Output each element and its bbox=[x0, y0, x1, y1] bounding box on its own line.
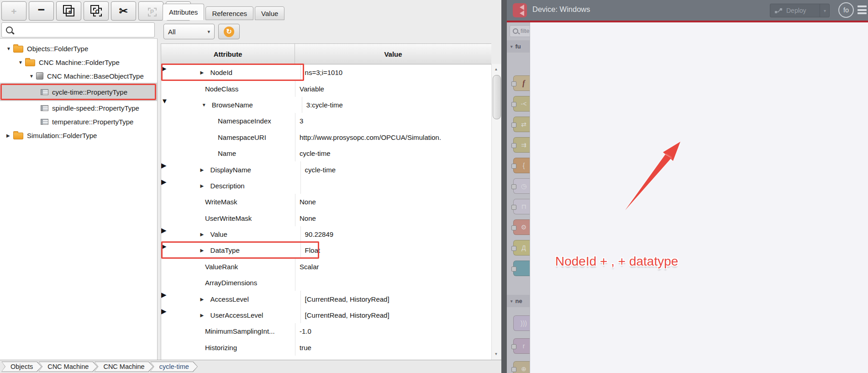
attribute-value: cycle-time bbox=[300, 149, 331, 157]
table-row-name[interactable]: Name cycle-time bbox=[161, 145, 491, 161]
value-column-header[interactable]: Value bbox=[295, 44, 491, 64]
table-row-valuerank[interactable]: ValueRank Scalar bbox=[161, 259, 491, 275]
attribute-filter-dropdown[interactable]: All ▾ bbox=[163, 24, 215, 39]
breadcrumb-label: CNC Machine bbox=[95, 362, 153, 372]
tree-node-icon bbox=[41, 119, 48, 125]
address-search-box[interactable] bbox=[1, 22, 155, 37]
palette-node-change[interactable]: ⇄ bbox=[513, 117, 530, 132]
palette-node-http-request[interactable]: ⊕ bbox=[513, 361, 530, 373]
row-expander-icon[interactable] bbox=[200, 70, 210, 75]
palette-node-exec[interactable]: ⚙ bbox=[513, 219, 530, 235]
attribute-name: DisplayName bbox=[210, 166, 251, 174]
table-row-browsename[interactable]: BrowseName 3:cycle-time bbox=[161, 97, 491, 113]
palette-node-icon: ⚙ bbox=[521, 224, 527, 231]
row-expander-icon[interactable] bbox=[200, 232, 210, 237]
row-expander-icon[interactable] bbox=[200, 297, 210, 302]
tree-expander-icon[interactable] bbox=[6, 46, 13, 51]
table-row-value[interactable]: Value 90.22849 bbox=[161, 226, 491, 242]
deploy-separator bbox=[820, 4, 820, 17]
table-row-userwritemask[interactable]: UserWriteMask None bbox=[161, 210, 491, 226]
table-row-description[interactable]: Description bbox=[161, 178, 491, 194]
table-row-nodeid[interactable]: NodeId ns=3;i=1010 bbox=[161, 64, 491, 80]
palette-node-switch[interactable]: -< bbox=[513, 96, 530, 112]
tree-item-label: cycle-time::PropertyType bbox=[52, 88, 127, 96]
toolbar-button-copy[interactable]: C bbox=[84, 1, 109, 21]
window-divider bbox=[501, 0, 507, 373]
search-icon bbox=[6, 27, 13, 33]
row-expander-icon[interactable] bbox=[200, 313, 210, 318]
user-avatar[interactable]: fo bbox=[838, 2, 854, 18]
palette-node-filter[interactable]: Д bbox=[513, 240, 530, 256]
table-row-namespaceuri[interactable]: NamespaceURI http://www.prosysopc.com/OP… bbox=[161, 129, 491, 145]
palette-node-mqtt[interactable]: ))) bbox=[513, 315, 530, 331]
scrollbar-thumb[interactable] bbox=[493, 75, 501, 119]
row-expander-icon[interactable] bbox=[200, 183, 210, 188]
detail-tab[interactable]: References bbox=[205, 6, 253, 20]
attribute-name-cell: BrowseName bbox=[168, 97, 302, 113]
palette-node-network-node[interactable]: r bbox=[513, 338, 530, 354]
scroll-down-icon[interactable]: ▼ bbox=[491, 350, 501, 357]
tree-expander-icon[interactable] bbox=[6, 133, 13, 138]
toolbar-button-add[interactable]: + bbox=[1, 1, 26, 21]
toolbar-button-paste[interactable]: P bbox=[138, 1, 163, 21]
search-input[interactable] bbox=[16, 26, 150, 34]
palette-node-trigger[interactable]: ⊓ bbox=[513, 199, 530, 214]
table-row-nodeclass[interactable]: NodeClass Variable bbox=[161, 80, 491, 96]
tree-expander-icon[interactable] bbox=[29, 74, 36, 79]
toolbar-button-cut[interactable]: ✂ bbox=[111, 1, 136, 21]
table-row-arraydimensions[interactable]: ArrayDimensions bbox=[161, 275, 491, 291]
tree-item[interactable]: Simulation::FolderType bbox=[0, 128, 157, 142]
toolbar-button-duplicate[interactable]: + bbox=[56, 1, 81, 21]
attribute-name-cell: Historizing bbox=[161, 340, 295, 356]
tree-item[interactable]: spindle-speed::PropertyType bbox=[0, 101, 157, 115]
breadcrumb-label: Objects bbox=[2, 362, 41, 372]
tree-node-icon bbox=[25, 59, 35, 66]
table-row-writemask[interactable]: WriteMask None bbox=[161, 194, 491, 210]
row-expander-icon[interactable] bbox=[200, 167, 210, 172]
palette-node-template[interactable]: { bbox=[513, 158, 530, 173]
toolbar-button-remove[interactable]: − bbox=[29, 1, 54, 21]
breadcrumb-tab[interactable]: CNC Machine bbox=[38, 362, 97, 372]
main-menu-icon[interactable] bbox=[857, 5, 867, 14]
tree-item[interactable]: Objects::FolderType bbox=[0, 42, 157, 55]
breadcrumb-tab[interactable]: cycle-time bbox=[150, 362, 198, 372]
table-row-displayname[interactable]: DisplayName cycle-time bbox=[161, 161, 491, 177]
breadcrumb-tab[interactable]: CNC Machine bbox=[94, 362, 153, 372]
deploy-options-chevron-icon[interactable]: ▾ bbox=[824, 8, 826, 13]
tree-item[interactable]: cycle-time::PropertyType bbox=[0, 83, 157, 101]
palette-node-icon: Д bbox=[521, 244, 526, 251]
table-row-minimumsamplingint-[interactable]: MinimumSamplingInt... -1.0 bbox=[161, 323, 491, 339]
attribute-column-header[interactable]: Attribute bbox=[161, 44, 295, 64]
palette-node-range[interactable]: ⇉ bbox=[513, 137, 530, 153]
tree-item[interactable]: CNC Machine::BaseObjectType bbox=[0, 69, 157, 83]
breadcrumb-tab[interactable]: Objects bbox=[1, 362, 42, 372]
attribute-name: WriteMask bbox=[205, 198, 237, 206]
tree-node-icon bbox=[36, 72, 43, 80]
palette-node-function[interactable]: f bbox=[513, 75, 530, 91]
table-row-namespaceindex[interactable]: NamespaceIndex 3 bbox=[161, 113, 491, 129]
refresh-button[interactable]: ↻ bbox=[218, 24, 240, 39]
palette-category-network[interactable]: ▾ ne bbox=[507, 295, 530, 307]
tree-item[interactable]: CNC Machine::FolderType bbox=[0, 55, 157, 69]
scroll-up-icon[interactable]: ▲ bbox=[491, 65, 501, 73]
breadcrumb-label: CNC Machine bbox=[39, 362, 97, 372]
detail-tab[interactable]: Attributes bbox=[163, 4, 204, 20]
attribute-value: cycle-time bbox=[305, 166, 336, 174]
detail-tab[interactable]: Value bbox=[255, 6, 284, 20]
edit-tray bbox=[530, 22, 868, 373]
row-expander-icon[interactable] bbox=[200, 248, 210, 253]
row-expander-icon[interactable] bbox=[202, 102, 212, 107]
palette-node-link[interactable] bbox=[513, 261, 530, 276]
tree-item[interactable]: temperature::PropertyType bbox=[0, 115, 157, 128]
table-row-useraccesslevel[interactable]: UserAccessLevel [CurrentRead, HistoryRea… bbox=[161, 307, 491, 323]
table-row-historizing[interactable]: Historizing true bbox=[161, 340, 491, 356]
palette-search-box[interactable]: filte bbox=[510, 25, 530, 37]
table-row-datatype[interactable]: DataType Float bbox=[161, 242, 491, 258]
tree-expander-icon[interactable] bbox=[18, 60, 25, 65]
palette-category-function[interactable]: ▾ fu bbox=[507, 40, 530, 53]
deploy-button[interactable]: Deploy ▾ bbox=[770, 4, 830, 17]
table-row-accesslevel[interactable]: AccessLevel [CurrentRead, HistoryRead] bbox=[161, 291, 491, 307]
attributes-panel: Attribute Value NodeId ns=3;i=1010 bbox=[161, 43, 491, 360]
palette-node-delay[interactable]: ◷ bbox=[513, 178, 530, 194]
palette-node-icon: ⇉ bbox=[521, 141, 526, 149]
